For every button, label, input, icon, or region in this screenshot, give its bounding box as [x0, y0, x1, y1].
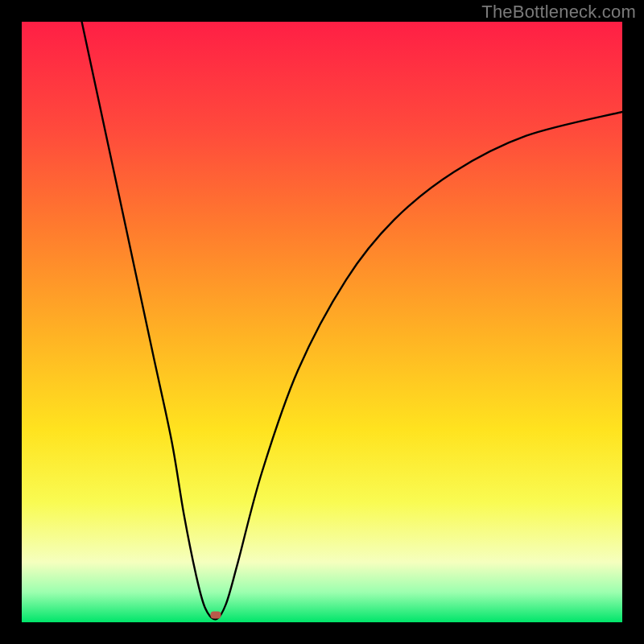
curve-path — [82, 22, 622, 619]
chart-frame: TheBottleneck.com — [0, 0, 644, 644]
plot-area — [22, 22, 622, 622]
bottleneck-curve — [22, 22, 622, 622]
watermark-text: TheBottleneck.com — [481, 2, 636, 23]
optimal-point-marker — [210, 612, 221, 619]
